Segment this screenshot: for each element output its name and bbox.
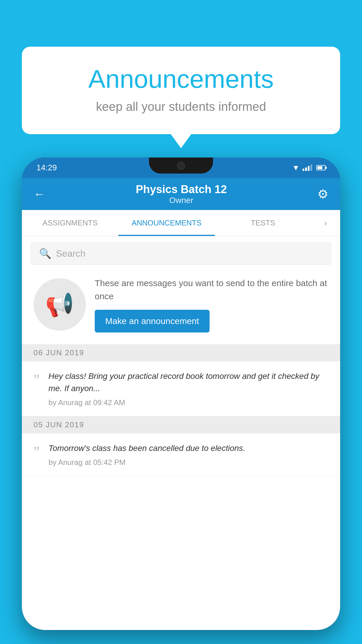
tab-more[interactable]: › (311, 210, 340, 236)
tab-tests[interactable]: TESTS (215, 210, 311, 236)
tab-assignments[interactable]: ASSIGNMENTS (22, 210, 118, 236)
promo-card: 📢 These are messages you want to send to… (31, 271, 331, 338)
make-announcement-button[interactable]: Make an announcement (95, 310, 210, 332)
signal-bar-2 (305, 167, 307, 171)
announcement-content-1: Hey class! Bring your practical record b… (48, 370, 328, 407)
status-time: 14:29 (36, 163, 57, 172)
speech-bubble-card: Announcements keep all your students inf… (22, 47, 340, 134)
phone-content: 🔍 Search 📢 These are messages you want t… (22, 236, 340, 630)
promo-text: These are messages you want to send to t… (95, 276, 328, 303)
app-header: ← Physics Batch 12 Owner ⚙ (22, 178, 340, 210)
announcement-meta-1: by Anurag at 09:42 AM (48, 398, 328, 407)
quote-icon-1: " (34, 372, 40, 388)
signal-bar-3 (308, 166, 310, 171)
date-divider-2: 05 JUN 2019 (22, 416, 340, 433)
phone-mockup: 14:29 ▼ ← Physics Batch 12 Owner (22, 158, 340, 644)
speech-bubble-subtitle: keep all your students informed (45, 100, 317, 114)
announcement-item-2[interactable]: " Tomorrow's class has been cancelled du… (22, 433, 340, 476)
speech-bubble-title: Announcements (45, 64, 317, 94)
announcement-meta-2: by Anurag at 05:42 PM (48, 458, 328, 467)
search-placeholder: Search (56, 248, 85, 259)
promo-icon-circle: 📢 (34, 278, 86, 331)
tab-announcements[interactable]: ANNOUNCEMENTS (118, 210, 215, 236)
signal-bar-1 (303, 169, 304, 171)
settings-icon[interactable]: ⚙ (317, 187, 328, 201)
search-icon: 🔍 (39, 248, 51, 259)
signal-bars (303, 164, 312, 171)
promo-right: These are messages you want to send to t… (95, 276, 328, 332)
header-center: Physics Batch 12 Owner (45, 183, 317, 205)
front-camera (177, 162, 185, 170)
date-divider-1: 06 JUN 2019 (22, 344, 340, 361)
status-icons: ▼ (292, 163, 326, 172)
battery-fill (317, 166, 322, 169)
header-title: Physics Batch 12 (45, 183, 317, 196)
battery-icon (316, 165, 326, 170)
quote-icon-2: " (34, 444, 40, 460)
announcement-text-2: Tomorrow's class has been cancelled due … (48, 442, 328, 454)
signal-bar-4 (310, 164, 312, 171)
back-button[interactable]: ← (34, 188, 45, 201)
wifi-icon: ▼ (292, 163, 300, 172)
phone-frame: 14:29 ▼ ← Physics Batch 12 Owner (22, 158, 340, 630)
announcement-content-2: Tomorrow's class has been cancelled due … (48, 442, 328, 467)
phone-notch (149, 158, 213, 174)
announcement-text-1: Hey class! Bring your practical record b… (48, 370, 328, 395)
announcement-item-1[interactable]: " Hey class! Bring your practical record… (22, 361, 340, 416)
search-bar[interactable]: 🔍 Search (31, 242, 331, 265)
megaphone-icon: 📢 (45, 291, 74, 318)
tabs-bar: ASSIGNMENTS ANNOUNCEMENTS TESTS › (22, 210, 340, 236)
header-subtitle: Owner (45, 196, 317, 205)
speech-bubble-section: Announcements keep all your students inf… (22, 47, 340, 134)
